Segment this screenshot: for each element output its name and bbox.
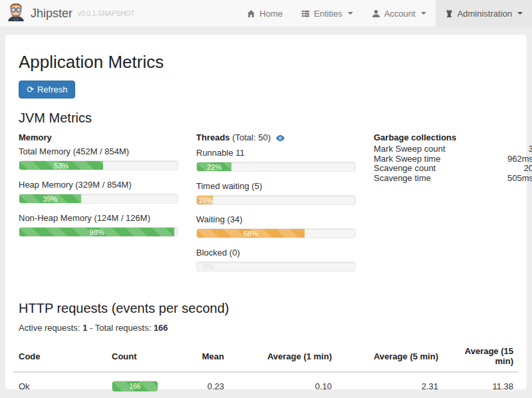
avg15-cell: 11.38 bbox=[444, 372, 519, 398]
brand[interactable]: Jhipster v0.0.1-SNAPSHOT bbox=[0, 0, 135, 27]
list-icon bbox=[301, 9, 310, 18]
total-memory-block: Total Memory (452M / 854M) 53% bbox=[19, 146, 178, 170]
jhipster-logo-avatar bbox=[7, 1, 25, 25]
gc-list: Mark Sweep count 3 Mark Sweep time 962ms… bbox=[374, 144, 532, 183]
timed-waiting-label: Timed waiting (5) bbox=[196, 181, 356, 191]
content-card: Application Metrics ⟳ Refresh JVM Metric… bbox=[5, 35, 527, 389]
nonheap-memory-progress: 98% bbox=[19, 227, 178, 237]
runnable-progress: 22% bbox=[196, 162, 356, 172]
brand-version: v0.0.1-SNAPSHOT bbox=[78, 10, 135, 17]
refresh-icon: ⟳ bbox=[27, 85, 34, 95]
refresh-label: Refresh bbox=[37, 85, 68, 95]
gc-row: Mark Sweep count 3 bbox=[374, 144, 532, 154]
chevron-down-icon bbox=[517, 12, 523, 15]
waiting-progress: 68% bbox=[196, 228, 356, 238]
gc-value: 3 bbox=[529, 144, 532, 154]
brand-name: Jhipster bbox=[31, 7, 72, 21]
timed-waiting-progress: 10% bbox=[196, 195, 356, 205]
heap-memory-block: Heap Memory (329M / 854M) 39% bbox=[19, 180, 178, 204]
nav-item-account[interactable]: Account bbox=[362, 0, 436, 27]
navbar-menu: Home Entities Account Administration bbox=[237, 0, 532, 27]
col-header-code: Code bbox=[13, 341, 106, 372]
runnable-block: Runnable 11 22% bbox=[196, 148, 356, 172]
refresh-button[interactable]: ⟳ Refresh bbox=[19, 81, 75, 99]
eye-icon[interactable] bbox=[275, 134, 285, 144]
table-row-ok: Ok 166 0.23 0.10 2.31 11.38 bbox=[13, 372, 519, 398]
chevron-down-icon bbox=[348, 12, 353, 15]
blocked-block: Blocked (0) 0% bbox=[196, 248, 356, 272]
blocked-progress: 0% bbox=[196, 262, 356, 272]
count-value: 166 bbox=[126, 381, 144, 391]
progress-fill: 166 bbox=[112, 381, 158, 391]
col-header-count: Count bbox=[106, 341, 180, 372]
avg5-cell: 2.31 bbox=[337, 372, 444, 398]
ok-count-progress: 166 bbox=[112, 381, 158, 392]
col-header-avg15: Average (15 min) bbox=[444, 341, 519, 372]
page-title: Application Metrics bbox=[19, 52, 519, 73]
progress-fill: 98% bbox=[19, 228, 174, 236]
user-icon bbox=[372, 9, 380, 18]
gc-column: Garbage collections Mark Sweep count 3 M… bbox=[374, 132, 532, 281]
top-navbar: Jhipster v0.0.1-SNAPSHOT Home Entities A… bbox=[0, 0, 532, 27]
mean-cell: 0.23 bbox=[180, 372, 229, 398]
http-requests-table: Code Count Mean Average (1 min) Average … bbox=[13, 341, 519, 398]
progress-fill: 22% bbox=[197, 162, 231, 171]
total-memory-progress: 53% bbox=[19, 160, 178, 170]
tower-icon bbox=[445, 9, 454, 18]
nav-item-home[interactable]: Home bbox=[237, 0, 292, 27]
nonheap-memory-block: Non-Heap Memory (124M / 126M) 98% bbox=[19, 213, 178, 237]
runnable-label: Runnable 11 bbox=[196, 148, 356, 158]
jvm-metrics-heading: JVM Metrics bbox=[19, 110, 519, 126]
heap-memory-label: Heap Memory (329M / 854M) bbox=[19, 180, 178, 190]
timed-waiting-block: Timed waiting (5) 10% bbox=[196, 181, 356, 205]
progress-value: 39% bbox=[41, 194, 59, 204]
nonheap-memory-label: Non-Heap Memory (124M / 126M) bbox=[19, 213, 178, 223]
summary-separator: - bbox=[90, 323, 92, 333]
gc-value: 505ms bbox=[507, 174, 532, 183]
waiting-label: Waiting (34) bbox=[196, 214, 356, 224]
gc-row: Scavenge time 505ms bbox=[374, 174, 532, 183]
col-header-mean: Mean bbox=[180, 341, 229, 372]
waiting-block: Waiting (34) 68% bbox=[196, 214, 356, 238]
jvm-metrics-grid: Memory Total Memory (452M / 854M) 53% He… bbox=[19, 132, 513, 281]
http-summary: Active requests: 1 - Total requests: 166 bbox=[19, 323, 519, 333]
threads-heading-total: (Total: 50) bbox=[232, 132, 271, 142]
gc-label: Mark Sweep time bbox=[374, 154, 440, 164]
progress-value: 68% bbox=[242, 229, 259, 238]
gc-row: Mark Sweep time 962ms bbox=[374, 154, 532, 164]
gc-label: Scavenge time bbox=[374, 174, 431, 183]
progress-value: 10% bbox=[197, 196, 214, 205]
col-header-avg1: Average (1 min) bbox=[229, 341, 337, 372]
progress-value: 0% bbox=[200, 262, 217, 272]
progress-value: 53% bbox=[53, 161, 70, 170]
active-requests-value: 1 bbox=[82, 323, 87, 333]
progress-fill: 10% bbox=[197, 196, 213, 204]
progress-value: 98% bbox=[88, 228, 106, 237]
heap-memory-progress: 39% bbox=[19, 194, 178, 204]
nav-label: Account bbox=[384, 9, 416, 19]
active-requests-label: Active requests: bbox=[19, 323, 80, 333]
progress-fill: 53% bbox=[19, 161, 103, 170]
progress-fill: 39% bbox=[19, 194, 81, 203]
total-memory-label: Total Memory (452M / 854M) bbox=[19, 146, 178, 156]
http-requests-heading: HTTP requests (events per second) bbox=[19, 301, 519, 316]
blocked-label: Blocked (0) bbox=[196, 248, 356, 258]
nav-label: Home bbox=[259, 9, 283, 19]
progress-fill: 68% bbox=[197, 229, 305, 238]
nav-label: Entities bbox=[314, 9, 342, 19]
progress-value: 22% bbox=[205, 162, 223, 172]
table-header-row: Code Count Mean Average (1 min) Average … bbox=[13, 341, 519, 372]
nav-item-entities[interactable]: Entities bbox=[292, 0, 362, 27]
nav-item-administration[interactable]: Administration bbox=[436, 0, 532, 27]
total-requests-label: Total requests: bbox=[95, 323, 152, 333]
threads-heading: Threads (Total: 50) bbox=[196, 132, 356, 144]
gc-value: 20 bbox=[524, 164, 532, 173]
threads-column: Threads (Total: 50) Runnable 11 22% Time… bbox=[196, 132, 356, 281]
col-header-avg5: Average (5 min) bbox=[337, 341, 444, 372]
gc-label: Scavenge count bbox=[374, 164, 436, 173]
gc-value: 962ms bbox=[507, 154, 532, 164]
code-cell: Ok bbox=[13, 372, 106, 398]
total-requests-value: 166 bbox=[154, 323, 168, 333]
threads-heading-bold: Threads bbox=[196, 132, 230, 142]
chevron-down-icon bbox=[421, 12, 426, 15]
